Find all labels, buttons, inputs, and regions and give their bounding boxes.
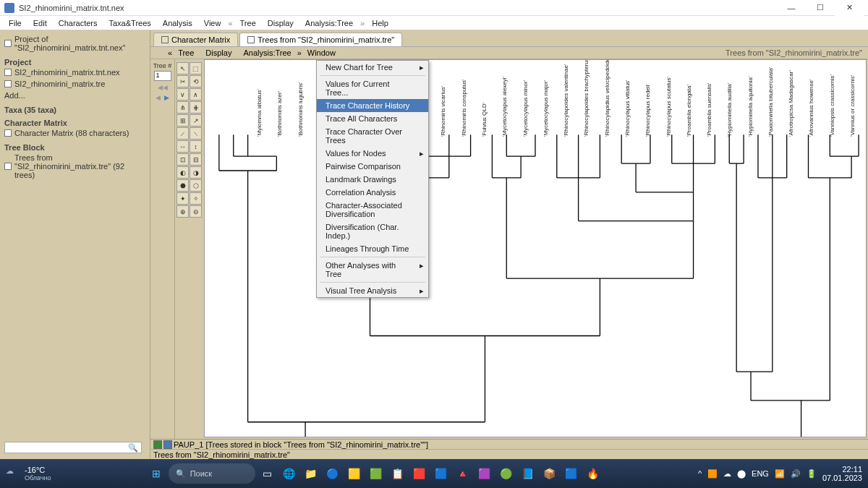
tool-icon[interactable]: ⊞ [176,114,189,127]
tool-icon[interactable]: ⟲ [190,75,202,87]
select-tool-icon[interactable]: ⬚ [190,62,202,74]
filezilla-icon[interactable]: 🟥 [410,464,429,483]
tool-icon[interactable]: ⟋ [176,127,189,140]
dropdown-item[interactable]: Lineages Through Time [317,242,428,255]
taskview-icon[interactable]: ▭ [258,464,277,483]
tool-icon[interactable]: ⊟ [190,153,202,166]
tool-icon[interactable]: ↕ [190,140,202,153]
tool-icon[interactable]: ⋕ [190,101,202,114]
tab-trees[interactable]: Trees from "SI2_rhinomirini_matrix.tre" [239,33,402,46]
tree-first-icon[interactable]: ◀◀ [158,83,166,91]
submenu-window[interactable]: Window [302,48,341,58]
submenu-display[interactable]: Display [200,48,237,58]
file-item[interactable]: SI2_rhinomirini_matrix.tnt.nex [4,67,145,78]
tree-next-icon[interactable]: ▶ [163,93,171,101]
menu-analysis[interactable]: Analysis [157,17,198,29]
dropdown-item[interactable]: Correlation Analysis [317,186,428,199]
close-button[interactable]: ✕ [835,0,864,16]
start-button[interactable]: ⊞ [147,464,166,483]
tool-icon[interactable]: ⬡ [190,179,202,192]
volume-icon[interactable]: 🔊 [791,469,801,479]
dropdown-item[interactable]: Trace Character Over Trees [317,125,428,147]
tool-icon[interactable]: ✦ [176,192,189,205]
submenu-tree[interactable]: Tree [172,48,200,58]
system-tray[interactable]: ^ 🟧 ☁ ⬤ ENG 📶 🔊 🔋 22:11 07.01.2023 [698,465,862,482]
project-link[interactable]: Project of "SI2_rhinomirini_matrix.tnt.n… [4,33,145,53]
dropdown-item[interactable]: Other Analyses with Tree▸ [317,259,428,281]
tab-character-matrix[interactable]: Character Matrix [153,33,238,46]
menu-tree[interactable]: Tree [234,17,262,29]
tray-icon[interactable]: ⬤ [737,469,746,479]
minimize-button[interactable]: — [777,0,806,16]
lang-indicator[interactable]: ENG [752,469,769,478]
tree-prev-icon[interactable]: ◀ [154,93,162,101]
clock[interactable]: 22:11 07.01.2023 [822,465,862,482]
menu-characters[interactable]: Characters [53,17,103,29]
dropdown-item[interactable]: New Chart for Tree▸ [317,61,428,74]
menu-taxatrees[interactable]: Taxa&Trees [103,17,157,29]
menu-display[interactable]: Display [262,17,299,29]
tool-icon[interactable]: ◑ [190,166,202,179]
app-icon[interactable]: 📦 [540,464,559,483]
tray-icon[interactable]: 🟧 [707,469,718,479]
app-icon[interactable]: 🟨 [345,464,364,483]
time-label: 22:11 [822,465,862,474]
tool-icon[interactable]: ∨ [176,88,189,100]
tool-icon[interactable]: ⊕ [176,205,189,218]
edge-icon[interactable]: 🔵 [323,464,342,483]
tool-icon[interactable]: ⬣ [176,179,189,192]
qgis-icon[interactable]: 🟢 [497,464,516,483]
menu-view[interactable]: View [198,17,227,29]
menu-edit[interactable]: Edit [27,17,53,29]
taskbar-search[interactable]: 🔍Поиск [169,463,255,484]
menu-help[interactable]: Help [366,17,394,29]
explorer-icon[interactable]: 📁 [302,464,320,483]
photoshop-icon[interactable]: 🟦 [562,464,581,483]
app-icon[interactable]: 📋 [388,464,407,483]
wifi-icon[interactable]: 📶 [775,469,785,479]
dropdown-item[interactable]: Trace All Characters [317,112,428,125]
dropdown-item[interactable]: Landmark Drawings [317,173,428,186]
project-search[interactable]: 🔍 [4,442,142,453]
app-icon[interactable]: 🟪 [475,464,494,483]
cm-item[interactable]: Character Matrix (88 characters) [4,127,145,139]
menu-analysistree[interactable]: Analysis:Tree [299,17,359,29]
dropdown-item[interactable]: Values for Current Tree... [317,77,428,99]
dropdown-item[interactable]: Values for Nodes▸ [317,147,428,160]
maximize-button[interactable]: ☐ [806,0,835,16]
tray-chevron-icon[interactable]: ^ [698,469,702,478]
tool-icon[interactable]: ◐ [176,166,189,179]
add-link[interactable]: Add... [4,90,145,101]
tb-item[interactable]: Trees from "SI2_rhinomirini_matrix.tre" … [4,152,145,181]
tool-icon[interactable]: ✂ [176,75,189,87]
onedrive-icon[interactable]: ☁ [723,469,731,479]
tool-icon[interactable]: ⟍ [190,127,202,140]
tree-num-input[interactable]: 1 [154,71,171,81]
weather-widget[interactable]: ☁ -16°C Облачно [6,466,51,481]
dropdown-item[interactable]: Diversification (Char. Indep.) [317,221,428,242]
menu-file[interactable]: File [3,17,27,29]
tool-icon[interactable]: ✧ [190,192,202,205]
dropdown-item[interactable]: Visual Tree Analysis▸ [317,284,428,297]
tree-canvas[interactable]: New Chart for Tree▸Values for Current Tr… [204,59,867,437]
tool-icon[interactable]: ∧ [190,88,202,100]
app-icon[interactable]: 📘 [519,464,537,483]
acrobat-icon[interactable]: 🔺 [454,464,472,483]
tool-icon[interactable]: ⊡ [176,153,189,166]
tool-icon[interactable]: ↔ [176,140,189,153]
mesquite-icon[interactable]: 🔥 [584,464,603,483]
search-icon: 🔍 [128,443,138,453]
word-icon[interactable]: 🟦 [432,464,451,483]
excel-icon[interactable]: 🟩 [367,464,386,483]
tool-icon[interactable]: ⋔ [176,101,189,114]
file-item[interactable]: SI2_rhinomirini_matrix.tre [4,78,145,90]
battery-icon[interactable]: 🔋 [807,469,817,479]
arrow-tool-icon[interactable]: ↖ [176,62,189,74]
dropdown-item[interactable]: Pairwise Comparison [317,160,428,173]
dropdown-item[interactable]: Character-Associated Diversification [317,199,428,221]
dropdown-item[interactable]: Trace Character History [317,99,428,112]
chrome-icon[interactable]: 🌐 [280,464,299,483]
tool-icon[interactable]: ⊖ [190,205,202,218]
tool-icon[interactable]: ↗ [190,114,202,127]
submenu-analysistree[interactable]: Analysis:Tree [237,48,297,58]
